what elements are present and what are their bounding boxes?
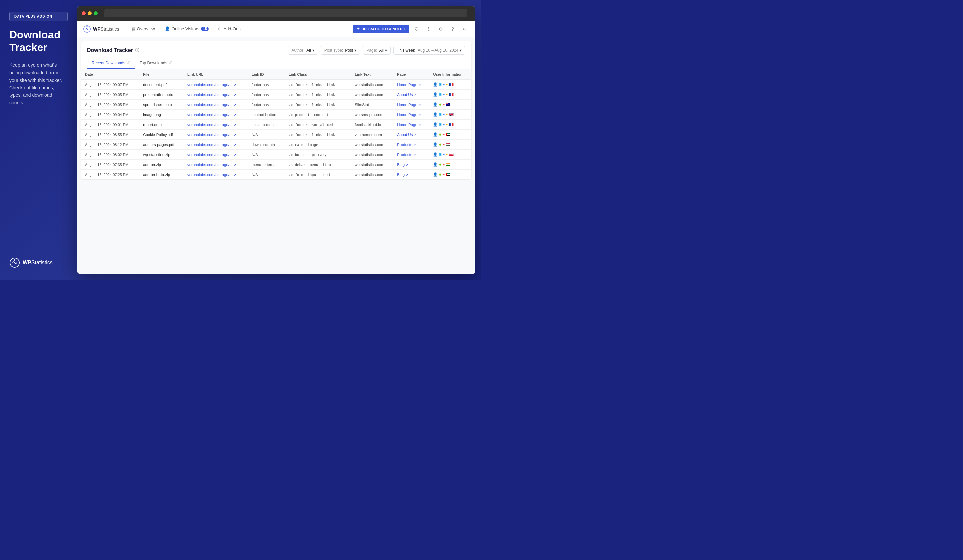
cell-file: presentation.pptx bbox=[139, 89, 183, 100]
cell-link-text: wp-statistics.com bbox=[351, 150, 393, 160]
cell-page[interactable]: About Us ↗ bbox=[393, 129, 429, 140]
cell-date: August 16, 2024 08:02 PM bbox=[81, 150, 139, 160]
nav-item-addons[interactable]: ⊕ Add-Ons bbox=[214, 24, 245, 33]
tab-top-downloads[interactable]: Top Downloads ⓘ bbox=[135, 58, 177, 69]
cell-page[interactable]: Home Page ↗ bbox=[393, 100, 429, 110]
col-link-class: Link Class bbox=[285, 69, 351, 79]
cell-page[interactable]: Products ↗ bbox=[393, 140, 429, 150]
logo-icon bbox=[9, 257, 20, 268]
col-link-text: Link Text bbox=[351, 69, 393, 79]
cell-link-text: SlimStat bbox=[351, 100, 393, 110]
cell-user-info: 👤◉●🇦🇪 bbox=[429, 170, 472, 180]
date-filter[interactable]: This week Aug 10 – Aug 16, 2024 ▾ bbox=[393, 46, 465, 55]
cell-link-url[interactable]: veronalabs.com/storage/... ↗ bbox=[183, 89, 248, 100]
cell-link-id: menu-external bbox=[248, 160, 285, 170]
help-icon-btn[interactable]: ? bbox=[448, 24, 457, 34]
cell-date: August 16, 2024 09:07 PM bbox=[81, 79, 139, 89]
cell-page[interactable]: Blog ↗ bbox=[393, 170, 429, 180]
cell-date: August 16, 2024 08:12 PM bbox=[81, 140, 139, 150]
tracker-title: Download Tracker ⓘ bbox=[87, 47, 139, 53]
bottom-logo: WPStatistics bbox=[9, 257, 68, 268]
svg-point-1 bbox=[14, 259, 15, 261]
cell-link-id: footer-nav bbox=[248, 79, 285, 89]
cell-link-url[interactable]: veronalabs.com/storage/... ↗ bbox=[183, 170, 248, 180]
cell-link-class: .c-button__primary bbox=[285, 150, 351, 160]
tab-recent-downloads[interactable]: Recent Downloads ⓘ bbox=[87, 58, 135, 69]
cell-link-text: vitathemes.com bbox=[351, 129, 393, 140]
page-wrapper: DATA PLUS ADD-ON Download Tracker Keep a… bbox=[0, 0, 481, 280]
cell-link-text: wp-statistics.com bbox=[351, 160, 393, 170]
cell-page[interactable]: Home Page ↗ bbox=[393, 79, 429, 89]
logo-text: WPStatistics bbox=[23, 260, 53, 265]
cell-user-info: 👤⊞●●🇫🇷 bbox=[429, 79, 472, 89]
maximize-dot[interactable] bbox=[94, 11, 98, 15]
author-filter[interactable]: Author: All ▾ bbox=[288, 46, 318, 55]
tracker-title-row: Download Tracker ⓘ Author: All ▾ Post Ty… bbox=[87, 46, 465, 55]
cell-date: August 16, 2024 09:04 PM bbox=[81, 110, 139, 120]
cell-file: wp-statistics.zip bbox=[139, 150, 183, 160]
cell-link-text: wp-statistics.com bbox=[351, 140, 393, 150]
col-link-url: Link URL bbox=[183, 69, 248, 79]
clock-icon-btn[interactable]: ⏱ bbox=[424, 24, 433, 34]
cell-page[interactable]: Home Page ↗ bbox=[393, 110, 429, 120]
cell-user-info: 👤◉●🇦🇪 bbox=[429, 129, 472, 140]
cell-link-url[interactable]: veronalabs.com/storage/... ↗ bbox=[183, 129, 248, 140]
cell-link-url[interactable]: veronalabs.com/storage/... ↗ bbox=[183, 79, 248, 89]
cell-user-info: 👤⊞●●🇵🇱 bbox=[429, 150, 472, 160]
cell-page[interactable]: Products ↗ bbox=[393, 150, 429, 160]
minimize-dot[interactable] bbox=[88, 11, 92, 15]
cell-link-url[interactable]: veronalabs.com/storage/... ↗ bbox=[183, 140, 248, 150]
cell-link-id: social-button bbox=[248, 120, 285, 129]
post-type-label: Post Type: bbox=[324, 48, 343, 53]
author-label: Author: bbox=[292, 48, 305, 53]
table-row: August 16, 2024 08:12 PMauthors-pages.pd… bbox=[81, 140, 472, 150]
online-visitors-icon: 👤 bbox=[164, 26, 170, 31]
col-file: File bbox=[139, 69, 183, 79]
wp-logo-text: WPStatistics bbox=[93, 26, 119, 32]
cell-link-text: wp-sms-pro.com bbox=[351, 110, 393, 120]
gear-icon-btn[interactable]: ⚙ bbox=[436, 24, 446, 34]
cell-user-info: 👤◉●🇮🇳 bbox=[429, 160, 472, 170]
cell-user-info: 👤◉●🇦🇺 bbox=[429, 100, 472, 110]
cell-link-text: feedbackbird.io bbox=[351, 120, 393, 129]
col-page: Page bbox=[393, 69, 429, 79]
wp-nav: WPStatistics ▦ Overview 👤 Online Visitor… bbox=[77, 21, 475, 37]
table-row: August 16, 2024 09:05 PMpresentation.ppt… bbox=[81, 89, 472, 100]
tracker-card: Download Tracker ⓘ Author: All ▾ Post Ty… bbox=[81, 41, 472, 180]
cell-page[interactable]: About Us ↗ bbox=[393, 89, 429, 100]
nav-item-online-visitors[interactable]: 👤 Online Visitors 15 bbox=[160, 24, 213, 33]
cell-link-url[interactable]: veronalabs.com/storage/... ↗ bbox=[183, 150, 248, 160]
filter-row: Author: All ▾ Post Type: Post ▾ Page: bbox=[288, 46, 465, 55]
cell-link-url[interactable]: veronalabs.com/storage/... ↗ bbox=[183, 110, 248, 120]
cell-link-url[interactable]: veronalabs.com/storage/... ↗ bbox=[183, 120, 248, 129]
cell-page[interactable]: Blog ↗ bbox=[393, 160, 429, 170]
tab-recent-info: ⓘ bbox=[127, 61, 130, 65]
table-row: August 16, 2024 07:35 PMadd-on.zipverona… bbox=[81, 160, 472, 170]
post-type-filter[interactable]: Post Type: Post ▾ bbox=[321, 46, 360, 55]
shield-icon-btn[interactable]: 🛡 bbox=[412, 24, 421, 34]
nav-item-overview[interactable]: ▦ Overview bbox=[127, 24, 159, 33]
cell-page[interactable]: Home Page ↗ bbox=[393, 120, 429, 129]
cell-link-id: N/A bbox=[248, 170, 285, 180]
page-filter[interactable]: Page: All ▾ bbox=[363, 46, 391, 55]
cell-date: August 16, 2024 09:01 PM bbox=[81, 120, 139, 129]
info-icon[interactable]: ⓘ bbox=[135, 47, 139, 53]
main-content: Download Tracker ⓘ Author: All ▾ Post Ty… bbox=[77, 37, 475, 274]
upgrade-button[interactable]: ✦ UPGRADE TO BUNDLE › bbox=[353, 25, 409, 33]
tab-top-info: ⓘ bbox=[169, 61, 172, 65]
cell-link-url[interactable]: veronalabs.com/storage/... ↗ bbox=[183, 100, 248, 110]
cell-link-text: wp-statistics.com bbox=[351, 89, 393, 100]
stats-text: Statistics bbox=[101, 26, 119, 32]
cell-link-url[interactable]: veronalabs.com/storage/... ↗ bbox=[183, 160, 248, 170]
close-dot[interactable] bbox=[82, 11, 86, 15]
col-user-info: User Information bbox=[429, 69, 472, 79]
user-icon-btn[interactable]: ↩ bbox=[460, 24, 469, 34]
cell-link-id: download-btn bbox=[248, 140, 285, 150]
cell-date: August 16, 2024 09:05 PM bbox=[81, 100, 139, 110]
page-chevron: ▾ bbox=[385, 48, 387, 53]
table-row: August 16, 2024 07:25 PMadd-on-beta.zipv… bbox=[81, 170, 472, 180]
tab-top-label: Top Downloads bbox=[140, 61, 167, 65]
online-visitors-badge: 15 bbox=[201, 27, 209, 31]
cell-file: add-on.zip bbox=[139, 160, 183, 170]
post-type-value: Post bbox=[345, 48, 353, 53]
